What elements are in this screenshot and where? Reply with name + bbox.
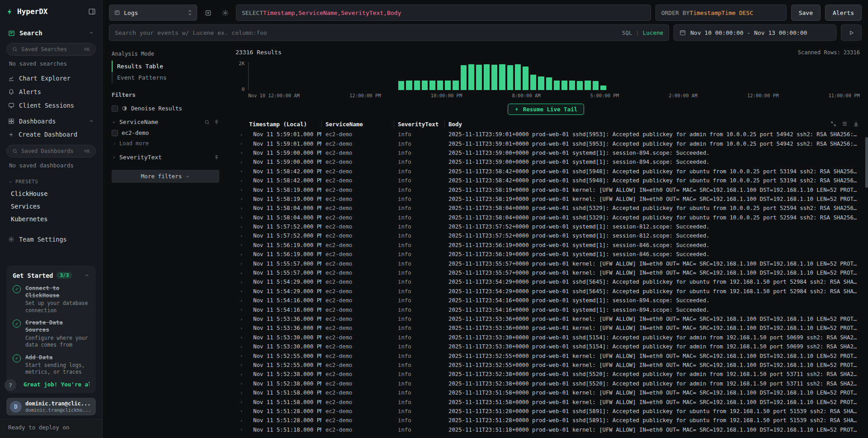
preset-item[interactable]: ClickHouse	[6, 187, 96, 200]
expand-row-icon[interactable]: ›	[234, 279, 249, 285]
expand-row-icon[interactable]: ›	[234, 214, 249, 220]
expand-row-icon[interactable]: ›	[234, 233, 249, 239]
save-button[interactable]: Save	[791, 5, 821, 21]
table-row[interactable]: › Nov 11 5:54:29.000 PM ec2-demo info 20…	[234, 277, 860, 286]
histogram-bar[interactable]	[406, 81, 412, 90]
saved-dashboards-input[interactable]: ⌘K	[6, 145, 96, 157]
expand-row-icon[interactable]: ›	[234, 399, 249, 405]
histogram-bar[interactable]	[429, 81, 435, 90]
saved-searches-field[interactable]	[21, 46, 80, 52]
table-row[interactable]: › Nov 11 5:52:55.000 PM ec2-demo info 20…	[234, 351, 860, 360]
column-header-servicename[interactable]: ServiceName	[321, 121, 394, 128]
help-button[interactable]: ?	[5, 379, 16, 391]
expand-row-icon[interactable]: ›	[234, 307, 249, 313]
table-row[interactable]: › Nov 11 5:51:28.000 PM ec2-demo info 20…	[234, 416, 860, 425]
table-row[interactable]: › Nov 11 5:58:42.000 PM ec2-demo info 20…	[234, 176, 860, 185]
presets-toggle[interactable]: PRESETS	[6, 173, 96, 187]
table-row[interactable]: › Nov 11 5:56:19.000 PM ec2-demo info 20…	[234, 241, 860, 250]
get-started-header[interactable]: Get Started 3/3	[13, 272, 90, 279]
histogram-bar[interactable]	[593, 81, 599, 90]
vertical-scrollbar[interactable]	[865, 137, 868, 188]
table-row[interactable]: › Nov 11 5:54:29.000 PM ec2-demo info 20…	[234, 287, 860, 296]
expand-row-icon[interactable]: ›	[234, 408, 249, 414]
histogram-bar[interactable]	[600, 86, 606, 90]
language-sql-option[interactable]: SQL	[622, 29, 632, 36]
more-filters-button[interactable]: More filters	[112, 170, 219, 183]
run-query-button[interactable]	[841, 24, 862, 41]
expand-row-icon[interactable]: ›	[234, 168, 249, 174]
load-more-button[interactable]: Load more	[112, 138, 219, 149]
histogram-bar[interactable]	[461, 65, 467, 90]
table-row[interactable]: › Nov 11 5:59:00.000 PM ec2-demo info 20…	[234, 157, 860, 167]
table-row[interactable]: › Nov 11 5:58:04.000 PM ec2-demo info 20…	[234, 213, 860, 222]
chevron-up-icon[interactable]	[89, 119, 94, 124]
mode-results-table[interactable]: Results Table	[112, 61, 219, 72]
get-started-item[interactable]: ✓ Create Data Sources Configure where yo…	[13, 319, 90, 349]
alerts-button[interactable]: Alerts	[825, 5, 862, 21]
histogram-bar[interactable]	[569, 81, 575, 90]
column-header-severitytext[interactable]: SeverityText	[394, 121, 444, 128]
sidebar-section-dashboards[interactable]: Dashboards	[6, 115, 96, 128]
date-range-picker[interactable]: Nov 10 00:00:00 - Nov 13 00:00:00	[674, 24, 836, 41]
expand-row-icon[interactable]: ›	[234, 353, 249, 359]
expand-row-icon[interactable]: ›	[234, 298, 249, 304]
histogram-bar[interactable]	[422, 81, 428, 90]
histogram-bar[interactable]	[546, 77, 552, 90]
hyperdx-logo[interactable]: HyperDX	[6, 7, 47, 16]
sidebar-item-chart-explorer[interactable]: Chart Explorer	[6, 71, 96, 85]
table-row[interactable]: › Nov 11 5:52:55.000 PM ec2-demo info 20…	[234, 361, 860, 370]
expand-row-icon[interactable]: ›	[234, 159, 249, 165]
expand-row-icon[interactable]: ›	[234, 150, 249, 156]
order-by-input[interactable]: ORDER BY TimestampTime DESC	[656, 5, 787, 21]
table-row[interactable]: › Nov 11 5:54:16.000 PM ec2-demo info 20…	[234, 296, 860, 305]
column-header-timestamp[interactable]: Timestamp (Local)	[249, 121, 321, 128]
histogram-bar[interactable]	[561, 81, 567, 90]
filter-search-icon[interactable]	[204, 119, 210, 125]
chevron-up-icon[interactable]	[84, 273, 90, 278]
expand-row-icon[interactable]: ›	[234, 252, 249, 257]
histogram-plot[interactable]	[248, 62, 860, 90]
expand-row-icon[interactable]: ›	[234, 132, 249, 138]
expand-row-icon[interactable]: ›	[234, 418, 249, 424]
expand-row-icon[interactable]: ›	[234, 270, 249, 276]
histogram-bar[interactable]	[445, 81, 451, 90]
table-row[interactable]: › Nov 11 5:53:36.000 PM ec2-demo info 20…	[234, 314, 860, 324]
table-row[interactable]: › Nov 11 5:52:38.000 PM ec2-demo info 20…	[234, 379, 860, 388]
expand-row-icon[interactable]: ›	[234, 325, 249, 331]
get-started-item[interactable]: ✓ Add Data Start sending logs, metrics, …	[13, 354, 90, 376]
table-row[interactable]: › Nov 11 5:54:16.000 PM ec2-demo info 20…	[234, 305, 860, 314]
histogram-bar[interactable]	[499, 64, 505, 90]
resume-live-tail-button[interactable]: Resume Live Tail	[508, 104, 584, 115]
sidebar-item-client-sessions[interactable]: Client Sessions	[6, 99, 96, 112]
histogram-bar[interactable]	[507, 65, 513, 90]
denoise-results-toggle[interactable]: Denoise Results	[112, 103, 219, 114]
table-row[interactable]: › Nov 11 5:58:04.000 PM ec2-demo info 20…	[234, 204, 860, 213]
sidebar-item-alerts[interactable]: Alerts	[6, 85, 96, 99]
expand-row-icon[interactable]: ›	[234, 261, 249, 267]
histogram-bar[interactable]	[538, 76, 544, 90]
table-row[interactable]: › Nov 11 5:58:42.000 PM ec2-demo info 20…	[234, 167, 860, 176]
expand-row-icon[interactable]: ›	[234, 178, 249, 184]
mode-event-patterns[interactable]: Event Patterns	[112, 72, 219, 83]
expand-row-icon[interactable]: ›	[234, 141, 249, 147]
get-started-item[interactable]: ✓ Connect to ClickHouse Set up your data…	[13, 285, 90, 314]
table-row[interactable]: › Nov 11 5:51:58.000 PM ec2-demo info 20…	[234, 397, 860, 406]
chevron-up-icon[interactable]	[89, 30, 94, 36]
table-row[interactable]: › Nov 11 5:51:28.000 PM ec2-demo info 20…	[234, 407, 860, 416]
saved-searches-input[interactable]: ⌘K	[6, 43, 96, 56]
table-row[interactable]: › Nov 11 5:58:19.000 PM ec2-demo info 20…	[234, 185, 860, 194]
table-row[interactable]: › Nov 11 5:55:57.000 PM ec2-demo info 20…	[234, 259, 860, 268]
user-menu[interactable]: D dominic.tran@clic... dominic.tran@clic…	[6, 398, 96, 415]
sidebar-section-search[interactable]: Search	[6, 27, 96, 39]
expand-table-icon[interactable]	[830, 121, 836, 127]
table-row[interactable]: › Nov 11 5:56:19.000 PM ec2-demo info 20…	[234, 250, 860, 259]
table-row[interactable]: › Nov 11 5:53:30.000 PM ec2-demo info 20…	[234, 342, 860, 351]
table-row[interactable]: › Nov 11 5:59:01.000 PM ec2-demo info 20…	[234, 139, 860, 148]
table-row[interactable]: › Nov 11 5:53:30.000 PM ec2-demo info 20…	[234, 333, 860, 342]
expand-row-icon[interactable]: ›	[234, 390, 249, 396]
event-search-input[interactable]: SQL | Lucene	[109, 24, 669, 41]
table-row[interactable]: › Nov 11 5:53:36.000 PM ec2-demo info 20…	[234, 324, 860, 333]
expand-row-icon[interactable]: ›	[234, 224, 249, 230]
expand-row-icon[interactable]: ›	[234, 344, 249, 350]
filter-option-ec2-demo[interactable]: ec2-demo	[112, 127, 219, 138]
